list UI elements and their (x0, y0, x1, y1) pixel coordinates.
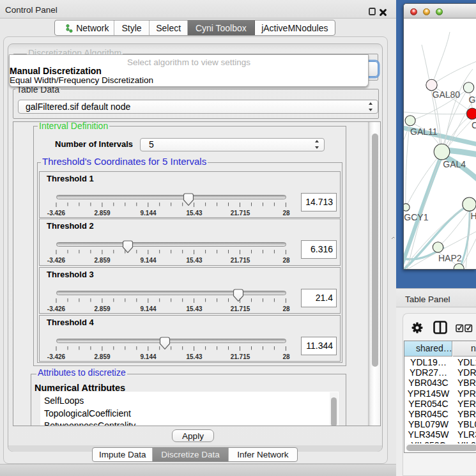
svg-text:GCY1: GCY1 (404, 212, 428, 222)
svg-text:HAP2: HAP2 (438, 253, 462, 263)
svg-text:H: H (471, 211, 476, 221)
svg-text:GAL11: GAL11 (410, 127, 438, 137)
svg-text:G.: G. (469, 95, 476, 105)
svg-text:GAL4: GAL4 (443, 159, 466, 169)
svg-text:C: C (472, 120, 476, 130)
svg-text:GAL80: GAL80 (433, 89, 461, 100)
